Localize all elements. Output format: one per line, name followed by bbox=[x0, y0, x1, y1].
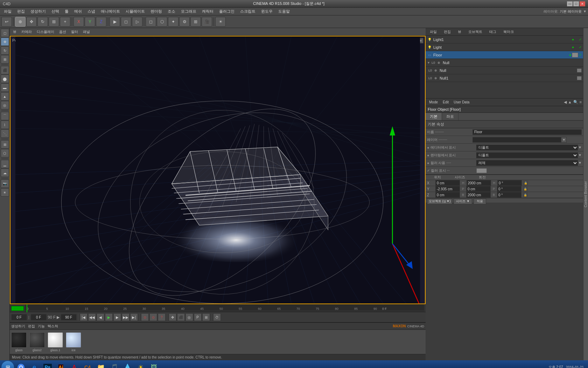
shader-button[interactable]: ✦ bbox=[168, 17, 178, 27]
attr-nav-back[interactable]: ◀ bbox=[564, 100, 567, 104]
play-button[interactable]: ▶ bbox=[105, 313, 113, 321]
taskbar-photo[interactable]: 🖼 bbox=[148, 361, 160, 368]
taskbar-acrobat[interactable]: A bbox=[68, 361, 80, 368]
taskbar-illustrator[interactable]: Ai bbox=[55, 361, 67, 368]
minimize-button[interactable]: — bbox=[567, 1, 573, 6]
timeline-ruler[interactable]: 0 5 10 15 20 25 30 35 40 45 50 55 60 65 bbox=[25, 305, 424, 312]
scale-button[interactable]: ⊞ bbox=[49, 17, 59, 27]
coord-y-size[interactable] bbox=[466, 186, 491, 192]
key-all-button[interactable]: ⬛ bbox=[177, 313, 185, 321]
camera-button[interactable]: 🎥 bbox=[202, 17, 212, 27]
lt-select-btn[interactable]: ◻ bbox=[1, 29, 9, 37]
rotate-button[interactable]: ↻ bbox=[37, 17, 48, 27]
obj-vis1-light1[interactable]: ● bbox=[572, 38, 574, 41]
lt-floor-btn[interactable]: ▁ bbox=[1, 160, 9, 168]
render-to-editor-button[interactable]: ▷ bbox=[132, 17, 142, 27]
vt-options[interactable]: 디스플레이 bbox=[35, 29, 56, 35]
lt-nurbs-btn[interactable]: ⌇ bbox=[1, 121, 9, 129]
taskbar-photoshop[interactable]: Ps bbox=[41, 361, 54, 368]
vt-filter[interactable]: 옵션 bbox=[57, 29, 68, 35]
menu-mograph[interactable]: 모그래프 bbox=[178, 8, 199, 15]
vt-cameras[interactable]: 뷰 bbox=[11, 29, 18, 35]
coord-z-pos[interactable] bbox=[435, 192, 460, 198]
attr-search[interactable]: 🔍 bbox=[573, 100, 578, 104]
menu-snap[interactable]: 스냅 bbox=[85, 8, 98, 15]
obj-tab-object[interactable]: 오브젝트 bbox=[465, 29, 485, 35]
obj-vis1-light[interactable]: ● bbox=[572, 45, 574, 49]
select-button[interactable]: ✥ bbox=[26, 17, 37, 27]
attr-color-swatch[interactable] bbox=[476, 168, 487, 173]
lt-light-btn[interactable]: ☀ bbox=[1, 188, 9, 197]
attr-tab-userdata[interactable]: User Data bbox=[451, 100, 471, 105]
content-browser-tab[interactable]: Content Browser bbox=[583, 28, 588, 360]
key-mode-button[interactable]: ✥ bbox=[169, 313, 176, 321]
coord-z-lock[interactable]: 🔒 bbox=[523, 192, 528, 197]
obj-vis1-floor[interactable]: ● bbox=[569, 53, 571, 57]
attr-sub-tab-coord[interactable]: 좌표 bbox=[442, 113, 458, 120]
menu-help[interactable]: 도움말 bbox=[276, 8, 292, 15]
attr-nav-up[interactable]: ▲ bbox=[568, 100, 572, 104]
obj-row-floor[interactable]: ▭ Floor ● ✓ bbox=[426, 51, 583, 59]
lt-fracture-btn[interactable]: ⬡ bbox=[1, 149, 9, 157]
mat-item-glass1[interactable]: glass.1 bbox=[48, 332, 63, 352]
attr-coloruse-dropdown-arrow[interactable]: ▼ bbox=[578, 161, 582, 165]
layout-dropdown-icon[interactable]: ▼ bbox=[583, 9, 587, 13]
auto-key-button[interactable]: ? bbox=[158, 313, 166, 321]
mat-item-glass2[interactable]: glass2 bbox=[29, 332, 45, 352]
coord-z-size[interactable] bbox=[466, 192, 491, 198]
taskbar-explorer[interactable]: 📁 bbox=[94, 361, 107, 368]
prev-frame-button[interactable]: ◀ bbox=[97, 313, 104, 321]
motion-clip-button[interactable]: P bbox=[194, 313, 202, 321]
obj-row-null[interactable]: ▼ L0 ⊕ Null bbox=[426, 59, 583, 67]
obj-vis2-light1[interactable]: ✓ bbox=[579, 38, 582, 41]
attr-dropdown-coloruse[interactable]: 레체 bbox=[476, 160, 578, 166]
y-axis-button[interactable]: Y bbox=[85, 17, 95, 27]
attr-dropdown-editor[interactable]: 디폴트 bbox=[476, 144, 578, 151]
lt-cylinder-btn[interactable]: ▬ bbox=[1, 83, 9, 92]
end-frame-input[interactable] bbox=[61, 314, 77, 320]
mat-create[interactable]: 생성하기 bbox=[11, 324, 25, 329]
mat-edit[interactable]: 편집 bbox=[28, 324, 35, 329]
attr-tab-mode[interactable]: Mode bbox=[427, 100, 440, 105]
coord-x-pos[interactable] bbox=[435, 180, 460, 186]
next-frame-button[interactable]: ▶ bbox=[113, 313, 121, 321]
attr-editor-dropdown-arrow[interactable]: ▼ bbox=[578, 145, 582, 149]
lt-scale-btn[interactable]: ⊞ bbox=[1, 55, 9, 63]
taskbar-ie[interactable]: e bbox=[28, 361, 41, 368]
taskbar-chrome[interactable] bbox=[15, 361, 27, 368]
menu-script[interactable]: 스크립트 bbox=[238, 8, 258, 15]
coord-y-rot[interactable] bbox=[497, 186, 522, 192]
coord-y-pos[interactable] bbox=[435, 186, 460, 192]
render-button[interactable]: ▶ bbox=[110, 17, 120, 27]
lt-cube-btn[interactable]: ⬛ bbox=[1, 66, 9, 74]
obj-row-null1[interactable]: L0 ⊕ Null1 bbox=[426, 74, 583, 82]
viewport-layout-button[interactable]: ⊞ bbox=[190, 17, 201, 27]
obj-row-null-child1[interactable]: L0 ⊕ Null bbox=[426, 67, 583, 74]
attr-render-dropdown-arrow[interactable]: ▼ bbox=[578, 153, 582, 157]
mat-tex[interactable]: 텍스쳐 bbox=[48, 324, 58, 329]
vt-panel2[interactable]: 패널 bbox=[81, 29, 92, 35]
z-axis-button[interactable]: Z bbox=[96, 17, 106, 27]
attr-dropdown-render[interactable]: 디폴트 bbox=[476, 152, 578, 158]
record-active-button[interactable]: ⊙ bbox=[141, 313, 149, 321]
start-button[interactable]: ⊞ bbox=[1, 361, 14, 368]
attr-input-name[interactable] bbox=[472, 129, 582, 135]
null-expand[interactable]: ▼ bbox=[427, 61, 430, 64]
obj-tab-view[interactable]: 뷰 bbox=[455, 29, 464, 35]
attr-layer-btn[interactable]: ▼ bbox=[561, 137, 567, 143]
taskbar-media[interactable]: 🎵 bbox=[108, 361, 120, 368]
undo-button[interactable]: ↩ bbox=[1, 17, 12, 27]
current-frame-input[interactable] bbox=[11, 314, 27, 320]
coord-x-size[interactable] bbox=[467, 180, 491, 186]
fps-button[interactable]: ⏱ bbox=[213, 313, 221, 321]
mat-func[interactable]: 기능 bbox=[38, 324, 45, 329]
obj-vis2-floor[interactable]: ✓ bbox=[579, 53, 582, 57]
texture-button[interactable]: ⚙ bbox=[179, 17, 190, 27]
coord-z-rot[interactable] bbox=[497, 192, 522, 198]
timeline-view-button[interactable]: ⊞ bbox=[202, 313, 210, 321]
obj-row-light1[interactable]: 💡 Light1 ● ✓ bbox=[426, 36, 583, 43]
attr-input-layer[interactable] bbox=[472, 137, 561, 143]
lt-spline-btn[interactable]: ⌒ bbox=[1, 112, 9, 120]
maximize-button[interactable]: □ bbox=[573, 1, 579, 6]
lt-array-btn[interactable]: ⊞ bbox=[1, 140, 9, 149]
